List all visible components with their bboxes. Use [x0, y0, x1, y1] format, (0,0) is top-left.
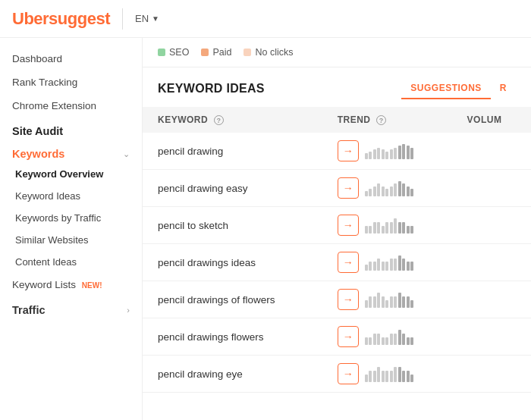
trend-help-icon[interactable]: ? — [376, 115, 386, 125]
sidebar-item-keyword-ideas[interactable]: Keyword Ideas — [0, 185, 142, 207]
trend-cell: → — [322, 244, 452, 281]
language-selector[interactable]: EN ▼ — [135, 13, 159, 24]
table-row: pencil drawings of flowers→ — [143, 281, 531, 318]
keywords-chevron-icon: ⌄ — [123, 149, 130, 159]
trend-bars — [365, 328, 414, 345]
no-clicks-label: No clicks — [255, 47, 293, 58]
arrow-button[interactable]: → — [338, 140, 359, 161]
app-header: Ubersuggest EN ▼ — [0, 0, 531, 38]
arrow-button[interactable]: → — [338, 252, 359, 273]
tabs-row: SUGGESTIONS R — [401, 78, 516, 99]
keywords-label: Keywords — [12, 148, 64, 160]
table-row: pencil drawings ideas→ — [143, 244, 531, 281]
seo-label: SEO — [169, 47, 189, 58]
keyword-cell: pencil drawing easy — [143, 170, 322, 207]
legend-seo: SEO — [158, 47, 189, 58]
app-body: Dashboard Rank Tracking Chrome Extension… — [0, 38, 531, 420]
trend-bars — [365, 365, 414, 382]
table-header-row: KEYWORD ? TREND ? VOLUM — [143, 107, 531, 133]
trend-bars — [365, 143, 414, 159]
sidebar-item-keywords-by-traffic[interactable]: Keywords by Traffic — [0, 207, 142, 229]
table-row: pencil drawing eye→ — [143, 356, 531, 393]
header-divider — [122, 8, 123, 30]
arrow-button[interactable]: → — [338, 215, 359, 236]
keyword-cell: pencil drawings flowers — [143, 318, 322, 356]
table-row: pencil drawing easy→ — [143, 170, 531, 207]
sidebar-section-site-audit: Site Audit — [0, 118, 142, 140]
paid-label: Paid — [212, 47, 231, 58]
table-row: pencil drawings flowers→ — [143, 318, 531, 356]
arrow-button[interactable]: → — [338, 289, 359, 310]
table-row: pencil to sketch→ — [143, 207, 531, 244]
trend-bars — [365, 217, 414, 234]
trend-cell: → — [322, 281, 452, 318]
trend-cell: → — [322, 318, 452, 356]
sidebar-item-keyword-lists[interactable]: Keyword Lists NEW! — [0, 273, 142, 296]
trend-cell: → — [322, 170, 452, 207]
sidebar-item-similar-websites[interactable]: Similar Websites — [0, 229, 142, 251]
traffic-label: Traffic — [12, 304, 46, 316]
volume-cell — [452, 133, 531, 170]
arrow-button[interactable]: → — [338, 363, 359, 384]
sidebar-section-keywords[interactable]: Keywords ⌄ — [0, 140, 142, 163]
trend-bars — [365, 291, 414, 308]
keyword-help-icon[interactable]: ? — [214, 115, 224, 125]
sidebar-item-chrome-extension[interactable]: Chrome Extension — [0, 94, 142, 118]
paid-dot — [201, 49, 209, 56]
keyword-cell: pencil to sketch — [143, 207, 322, 244]
sidebar-item-dashboard[interactable]: Dashboard — [0, 47, 142, 71]
seo-dot — [158, 49, 165, 56]
legend-no-clicks: No clicks — [244, 47, 293, 58]
trend-cell: → — [322, 133, 452, 170]
col-trend: TREND ? — [322, 107, 452, 133]
no-clicks-dot — [244, 49, 251, 56]
tab-related[interactable]: R — [491, 78, 516, 99]
col-volume: VOLUM — [452, 107, 531, 133]
lang-label: EN — [135, 13, 149, 24]
tab-suggestions[interactable]: SUGGESTIONS — [401, 78, 491, 99]
col-keyword: KEYWORD ? — [143, 107, 322, 133]
trend-bars — [365, 254, 414, 271]
trend-cell: → — [322, 207, 452, 244]
chevron-down-icon: ▼ — [152, 14, 159, 23]
volume-cell — [452, 207, 531, 244]
new-badge: NEW! — [82, 281, 102, 290]
sidebar-item-content-ideas[interactable]: Content Ideas — [0, 251, 142, 273]
sidebar-item-rank-tracking[interactable]: Rank Tracking — [0, 71, 142, 94]
volume-cell — [452, 244, 531, 281]
table-row: pencil drawing→ — [143, 133, 531, 170]
keyword-table: KEYWORD ? TREND ? VOLUM pencil drawing→p… — [143, 107, 531, 393]
volume-cell — [452, 318, 531, 356]
keyword-cell: pencil drawings ideas — [143, 244, 322, 281]
volume-cell — [452, 170, 531, 207]
sidebar-section-traffic[interactable]: Traffic › — [0, 296, 142, 319]
legend-paid: Paid — [201, 47, 231, 58]
arrow-button[interactable]: → — [338, 326, 359, 347]
app-logo: Ubersuggest — [12, 9, 110, 29]
keyword-ideas-header: KEYWORD IDEAS SUGGESTIONS R — [143, 78, 531, 99]
main-content: SEO Paid No clicks KEYWORD IDEAS SUGGEST… — [143, 38, 531, 420]
section-title: KEYWORD IDEAS — [158, 82, 265, 96]
traffic-chevron-icon: › — [127, 306, 130, 315]
keyword-cell: pencil drawings of flowers — [143, 281, 322, 318]
trend-bars — [365, 180, 414, 196]
keyword-cell: pencil drawing eye — [143, 356, 322, 393]
trend-cell: → — [322, 356, 452, 393]
keyword-cell: pencil drawing — [143, 133, 322, 170]
arrow-button[interactable]: → — [338, 177, 359, 199]
sidebar-item-keyword-overview[interactable]: Keyword Overview — [0, 163, 142, 185]
sidebar: Dashboard Rank Tracking Chrome Extension… — [0, 38, 143, 420]
volume-cell — [452, 356, 531, 393]
volume-cell — [452, 281, 531, 318]
legend-bar: SEO Paid No clicks — [143, 38, 531, 67]
